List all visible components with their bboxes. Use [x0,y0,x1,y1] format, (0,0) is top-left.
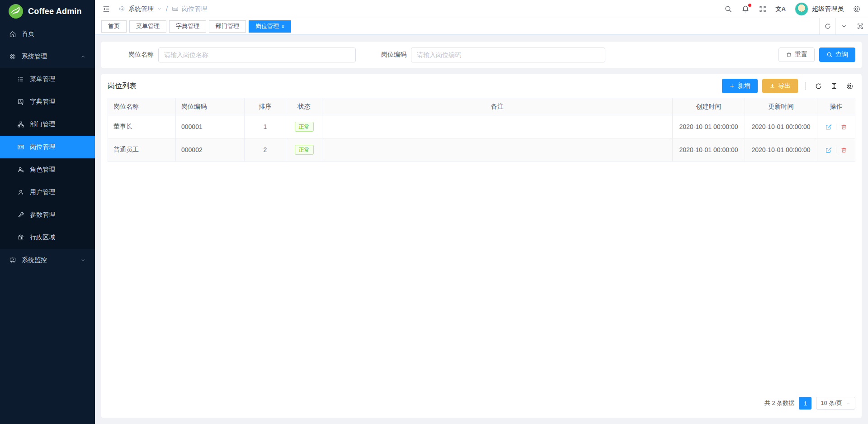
col-updated: 更新时间 [745,98,817,115]
sidebar-item-role-mgmt[interactable]: 角色管理 [0,158,95,181]
sidebar-item-home[interactable]: 首页 [0,23,95,45]
breadcrumb-system[interactable]: 系统管理 [128,5,154,13]
sidebar-item-label: 首页 [22,30,34,38]
sidebar-item-post-mgmt[interactable]: 岗位管理 [0,136,95,158]
col-created: 创建时间 [673,98,745,115]
translate-icon[interactable]: 文A [776,5,786,13]
post-code-input[interactable] [411,48,605,62]
query-button[interactable]: 查询 [819,48,855,62]
cell-updated: 2020-10-01 00:00:00 [745,115,817,138]
chevron-down-icon [80,257,86,263]
divider [805,82,806,90]
post-name-input[interactable] [158,48,356,62]
user-menu[interactable]: 超级管理员 [795,2,844,16]
page-1-button[interactable]: 1 [799,397,811,410]
home-icon [9,30,16,38]
tab-label: 部门管理 [216,22,239,30]
chevron-down-icon[interactable] [835,18,852,34]
search-icon[interactable] [724,5,732,13]
add-button[interactable]: 新增 [722,79,758,93]
user-icon [17,189,24,196]
page-content: 岗位名称 岗位编码 重置 查询 [95,35,868,424]
plus-icon [729,83,735,89]
trash-icon [786,52,792,58]
status-badge: 正常 [295,122,314,132]
gear-icon [9,53,16,60]
cell-remark [322,138,673,162]
tab-post-mgmt[interactable]: 岗位管理 x [249,20,291,33]
table-row[interactable]: 普通员工 000002 2 正常 2020-10-01 00:00:00 202… [108,138,855,162]
delete-icon[interactable] [840,124,847,130]
sidebar-item-dept-mgmt[interactable]: 部门管理 [0,113,95,136]
close-icon[interactable]: x [282,24,284,29]
card-title: 岗位列表 [108,81,137,91]
settings-gear-icon[interactable] [853,5,861,13]
sidebar-item-label: 角色管理 [30,166,55,174]
column-settings-gear-icon[interactable] [844,82,855,90]
tab-label: 字典管理 [176,22,199,30]
sidebar-item-user-mgmt[interactable]: 用户管理 [0,181,95,204]
sidebar-group-system[interactable]: 系统管理 [0,45,95,68]
navbar: 系统管理 / 岗位管理 文A 超级管理员 [95,0,868,18]
app-root: Coffee Admin 首页 系统管理 菜单管理 字典管理 部门管理 [0,0,868,424]
cell-post-code: 000002 [176,138,245,162]
tab-dept-mgmt[interactable]: 部门管理 [209,20,246,33]
app-logo[interactable]: Coffee Admin [0,0,95,23]
sidebar-item-label: 部门管理 [30,120,55,129]
row-height-icon[interactable] [829,82,840,90]
reset-label: 重置 [795,51,807,59]
sidebar-item-param-mgmt[interactable]: 参数管理 [0,204,95,226]
card-header: 岗位列表 新增 导出 [108,74,855,98]
cell-updated: 2020-10-01 00:00:00 [745,138,817,162]
table-header-row: 岗位名称 岗位编码 排序 状态 备注 创建时间 更新时间 操作 [108,98,855,115]
id-card-icon [17,143,24,151]
cell-operations [817,138,855,162]
cell-status: 正常 [286,138,322,162]
export-button[interactable]: 导出 [762,79,798,93]
post-list-card: 岗位列表 新增 导出 [101,74,862,418]
fullscreen-icon[interactable] [759,5,767,13]
edit-icon[interactable] [825,124,832,130]
sidebar-item-menu-mgmt[interactable]: 菜单管理 [0,68,95,91]
maximize-icon[interactable] [852,18,868,34]
cell-remark [322,115,673,138]
pagination-total: 共 2 条数据 [764,399,794,407]
col-post-code: 岗位编码 [176,98,245,115]
table-row[interactable]: 董事长 000001 1 正常 2020-10-01 00:00:00 2020… [108,115,855,138]
list-icon [17,76,24,83]
add-label: 新增 [738,82,750,90]
sidebar-item-label: 用户管理 [30,188,55,196]
refresh-icon[interactable] [819,18,835,34]
refresh-icon[interactable] [813,82,824,90]
gear-icon [118,5,125,12]
collapse-sidebar-icon[interactable] [102,5,110,13]
cell-sort: 2 [245,138,286,162]
role-icon [17,166,24,173]
delete-icon[interactable] [840,147,847,153]
sidebar-group-monitor[interactable]: 系统监控 [0,249,95,272]
reset-button[interactable]: 重置 [778,48,815,62]
card-actions: 新增 导出 [722,79,855,93]
id-card-icon [172,5,179,12]
tab-home[interactable]: 首页 [101,20,127,33]
sidebar-group-label: 系统监控 [22,256,47,264]
page-size-select[interactable]: 10 条/页 [816,397,855,410]
user-name: 超级管理员 [812,5,844,13]
sidebar-item-dict-mgmt[interactable]: 字典管理 [0,91,95,113]
tab-menu-mgmt[interactable]: 菜单管理 [129,20,166,33]
divider [836,124,836,130]
avatar [795,2,808,16]
edit-icon[interactable] [825,147,832,153]
chevron-down-icon [157,6,162,11]
query-label: 查询 [835,51,848,59]
breadcrumb: 系统管理 / 岗位管理 [118,5,207,13]
cell-post-code: 000001 [176,115,245,138]
sidebar-item-region-mgmt[interactable]: 行政区域 [0,226,95,249]
sidebar-item-label: 岗位管理 [30,143,55,151]
download-icon [769,83,775,89]
notifications-button[interactable] [741,5,750,13]
dictionary-icon [17,98,24,105]
wrench-icon [17,211,24,219]
cell-created: 2020-10-01 00:00:00 [673,138,745,162]
tab-dict-mgmt[interactable]: 字典管理 [169,20,206,33]
